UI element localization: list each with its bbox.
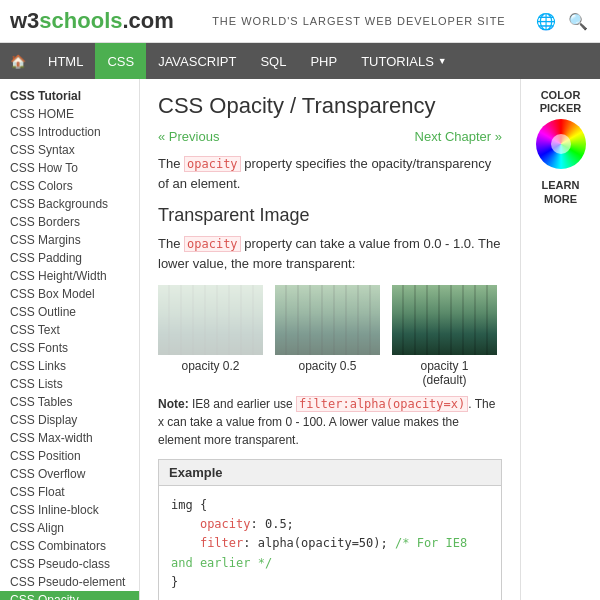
nav-bar: 🏠 HTML CSS JAVASCRIPT SQL PHP TUTORIALS <box>0 43 600 79</box>
image-wrapper-05: opacity 0.5 <box>275 285 380 373</box>
opacity-keyword-2: opacity <box>184 236 241 252</box>
transparent-image-title: Transparent Image <box>158 205 502 226</box>
sidebar-item-home[interactable]: CSS HOME <box>0 105 139 123</box>
search-icon[interactable]: 🔍 <box>566 9 590 33</box>
logo-schools: schools <box>39 8 122 33</box>
learn-more-label: LEARNMORE <box>542 179 580 205</box>
opacity-keyword-inline: opacity <box>184 156 241 172</box>
example-header: Example <box>159 460 501 486</box>
sidebar-item-opacity[interactable]: CSS Opacity <box>0 591 139 600</box>
sidebar-item-colors[interactable]: CSS Colors <box>0 177 139 195</box>
nav-tutorials[interactable]: TUTORIALS <box>349 43 459 79</box>
color-picker-label: COLORPICKER <box>540 89 582 115</box>
sidebar-item-howto[interactable]: CSS How To <box>0 159 139 177</box>
nav-html[interactable]: HTML <box>36 43 95 79</box>
sidebar-item-align[interactable]: CSS Align <box>0 519 139 537</box>
sidebar-item-pseudoclass[interactable]: CSS Pseudo-class <box>0 555 139 573</box>
note-bold: Note: <box>158 397 189 411</box>
note-text: Note: IE8 and earlier use filter:alpha(o… <box>158 395 502 449</box>
caption-05: opacity 0.5 <box>298 359 356 373</box>
image-wrapper-02: opacity 0.2 <box>158 285 263 373</box>
sidebar-item-fonts[interactable]: CSS Fonts <box>0 339 139 357</box>
logo[interactable]: w3schools.com <box>0 0 184 42</box>
right-sidebar: COLORPICKER LEARNMORE <box>520 79 600 600</box>
code-line-4: } <box>171 573 489 592</box>
globe-icon[interactable]: 🌐 <box>534 9 558 33</box>
transparent-description: The opacity property can take a value fr… <box>158 234 502 273</box>
opacity-image-1 <box>392 285 497 355</box>
sidebar-item-padding[interactable]: CSS Padding <box>0 249 139 267</box>
sidebar-item-borders[interactable]: CSS Borders <box>0 213 139 231</box>
sidebar-item-float[interactable]: CSS Float <box>0 483 139 501</box>
caption-02: opacity 0.2 <box>181 359 239 373</box>
sidebar-item-combinators[interactable]: CSS Combinators <box>0 537 139 555</box>
sidebar: CSS Tutorial CSS HOME CSS Introduction C… <box>0 79 140 600</box>
nav-javascript[interactable]: JAVASCRIPT <box>146 43 248 79</box>
nav-css[interactable]: CSS <box>95 43 146 79</box>
opacity-image-02 <box>158 285 263 355</box>
sidebar-item-boxmodel[interactable]: CSS Box Model <box>0 285 139 303</box>
chapter-nav: « Previous Next Chapter » <box>158 129 502 144</box>
logo-com: .com <box>123 8 174 33</box>
sidebar-section-title: CSS Tutorial <box>0 85 139 105</box>
logo-w3: w3 <box>10 8 39 33</box>
caption-1: opacity 1(default) <box>420 359 468 387</box>
example-box: Example img { opacity: 0.5; filter: alph… <box>158 459 502 600</box>
sidebar-item-overflow[interactable]: CSS Overflow <box>0 465 139 483</box>
sidebar-item-outline[interactable]: CSS Outline <box>0 303 139 321</box>
code-line-1: img { <box>171 496 489 515</box>
sidebar-item-backgrounds[interactable]: CSS Backgrounds <box>0 195 139 213</box>
code-line-2: opacity: 0.5; <box>171 515 489 534</box>
sidebar-item-inlineblock[interactable]: CSS Inline-block <box>0 501 139 519</box>
sidebar-item-heightwidth[interactable]: CSS Height/Width <box>0 267 139 285</box>
page-title: CSS Opacity / Transparency <box>158 93 502 119</box>
opacity-images-row: opacity 0.2 opacity 0.5 opacity 1(defaul… <box>158 285 502 387</box>
nav-sql[interactable]: SQL <box>248 43 298 79</box>
code-block: img { opacity: 0.5; filter: alpha(opacit… <box>159 486 501 600</box>
prev-link[interactable]: « Previous <box>158 129 219 144</box>
main-description: The opacity property specifies the opaci… <box>158 154 502 193</box>
sidebar-item-pseudoelement[interactable]: CSS Pseudo-element <box>0 573 139 591</box>
nav-php[interactable]: PHP <box>298 43 349 79</box>
site-tagline: THE WORLD'S LARGEST WEB DEVELOPER SITE <box>184 15 534 27</box>
filter-alpha-keyword: filter:alpha(opacity=x) <box>296 396 468 412</box>
sidebar-item-links[interactable]: CSS Links <box>0 357 139 375</box>
sidebar-item-margins[interactable]: CSS Margins <box>0 231 139 249</box>
sidebar-item-syntax[interactable]: CSS Syntax <box>0 141 139 159</box>
opacity-image-05 <box>275 285 380 355</box>
nav-home[interactable]: 🏠 <box>0 43 36 79</box>
sidebar-item-introduction[interactable]: CSS Introduction <box>0 123 139 141</box>
sidebar-item-display[interactable]: CSS Display <box>0 411 139 429</box>
next-link[interactable]: Next Chapter » <box>415 129 502 144</box>
sidebar-item-lists[interactable]: CSS Lists <box>0 375 139 393</box>
layout: CSS Tutorial CSS HOME CSS Introduction C… <box>0 79 600 600</box>
top-icons: 🌐 🔍 <box>534 9 600 33</box>
image-wrapper-1: opacity 1(default) <box>392 285 497 387</box>
top-bar: w3schools.com THE WORLD'S LARGEST WEB DE… <box>0 0 600 43</box>
code-line-3: filter: alpha(opacity=50); /* For IE8 an… <box>171 534 489 572</box>
color-wheel[interactable] <box>536 119 586 169</box>
sidebar-item-tables[interactable]: CSS Tables <box>0 393 139 411</box>
main-content: CSS Opacity / Transparency « Previous Ne… <box>140 79 520 600</box>
sidebar-item-position[interactable]: CSS Position <box>0 447 139 465</box>
sidebar-item-text[interactable]: CSS Text <box>0 321 139 339</box>
sidebar-item-maxwidth[interactable]: CSS Max-width <box>0 429 139 447</box>
